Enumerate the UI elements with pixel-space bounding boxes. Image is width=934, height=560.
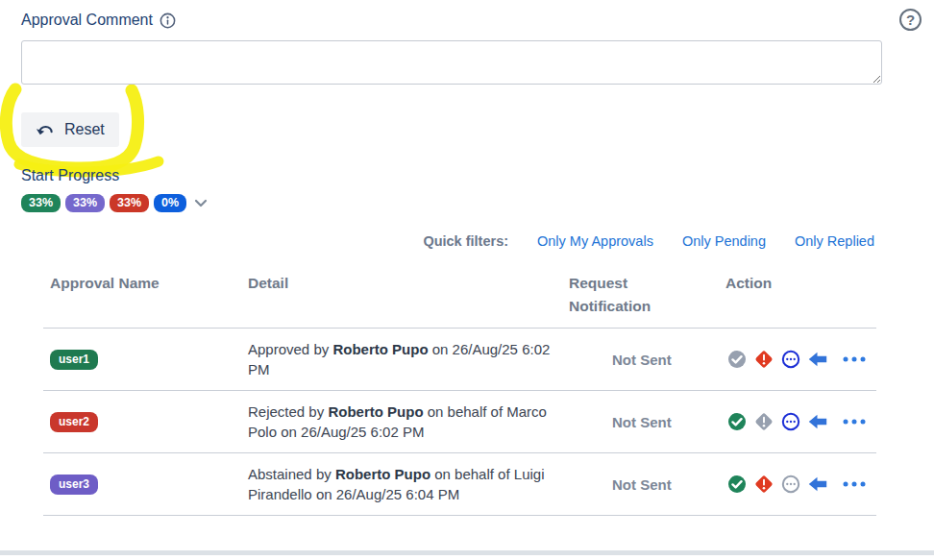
user-badge[interactable]: user3: [50, 475, 98, 495]
start-progress-label[interactable]: Start Progress: [21, 167, 119, 184]
actor-name: Roberto Pupo: [328, 403, 423, 420]
comment-icon[interactable]: [781, 412, 800, 431]
action-cell: [725, 350, 876, 369]
detail-cell: Abstained by Roberto Pupo on behalf of L…: [248, 464, 569, 504]
approval-comment-label: Approval Comment: [21, 12, 153, 29]
progress-badges: 33% 33% 33% 0%: [21, 194, 208, 212]
filter-only-pending[interactable]: Only Pending: [682, 233, 766, 249]
comment-icon[interactable]: [781, 350, 800, 369]
reject-icon[interactable]: [754, 475, 774, 494]
approval-name-cell: user3: [43, 475, 248, 495]
approval-panel: Approval Comment ? Reset Start Progress …: [0, 0, 934, 560]
column-header-detail: Detail: [248, 272, 569, 295]
bottom-divider: [0, 550, 934, 555]
reply-icon[interactable]: [808, 475, 827, 494]
actor-name: Roberto Pupo: [332, 341, 428, 357]
approvals-table: Approval Name Detail Request Notificatio…: [43, 272, 876, 516]
table-row: user1 Approved by Roberto Pupo on 26/Aug…: [43, 329, 876, 391]
approve-icon[interactable]: [727, 350, 747, 369]
table-row: user3 Abstained by Roberto Pupo on behal…: [43, 453, 876, 516]
more-actions-icon[interactable]: [843, 419, 866, 425]
more-actions-icon[interactable]: [843, 481, 866, 487]
approve-icon[interactable]: [727, 475, 747, 494]
comment-icon[interactable]: [781, 475, 800, 494]
reply-icon[interactable]: [808, 350, 827, 369]
notification-status: Not Sent: [569, 476, 725, 493]
more-actions-icon[interactable]: [843, 356, 866, 362]
approval-comment-input[interactable]: [21, 40, 882, 85]
quick-filters-label: Quick filters:: [423, 233, 508, 249]
approval-name-cell: user2: [43, 412, 248, 432]
filter-only-my-approvals[interactable]: Only My Approvals: [537, 233, 653, 249]
progress-badge-abstained[interactable]: 33%: [65, 194, 105, 212]
notification-status: Not Sent: [569, 414, 725, 430]
help-icon[interactable]: ?: [899, 9, 922, 31]
field-label-row: Approval Comment: [21, 12, 176, 29]
chevron-down-icon[interactable]: [194, 199, 208, 207]
reject-icon[interactable]: [754, 350, 774, 369]
actor-name: Roberto Pupo: [335, 466, 430, 482]
approval-name-cell: user1: [43, 350, 248, 370]
detail-cell: Rejected by Roberto Pupo on behalf of Ma…: [248, 402, 569, 442]
column-header-action: Action: [725, 272, 876, 295]
reject-icon[interactable]: [754, 412, 774, 431]
table-row: user2 Rejected by Roberto Pupo on behalf…: [43, 391, 876, 453]
filter-only-replied[interactable]: Only Replied: [795, 233, 874, 249]
approve-icon[interactable]: [727, 412, 747, 431]
action-cell: [725, 412, 876, 431]
quick-filters: Quick filters: Only My Approvals Only Pe…: [423, 233, 874, 249]
user-badge[interactable]: user1: [50, 350, 98, 370]
progress-badge-pending[interactable]: 0%: [154, 194, 186, 212]
column-header-approval-name: Approval Name: [43, 272, 248, 295]
undo-arrow-icon: [36, 123, 56, 137]
reset-button-label: Reset: [64, 121, 105, 138]
notification-status: Not Sent: [569, 352, 725, 368]
detail-text: Approved by: [248, 341, 332, 357]
detail-cell: Approved by Roberto Pupo on 26/Aug/25 6:…: [248, 339, 569, 379]
column-header-request-notification: Request Notification: [569, 272, 675, 318]
progress-badge-approved[interactable]: 33%: [21, 194, 61, 212]
reply-icon[interactable]: [808, 412, 827, 431]
reset-button[interactable]: Reset: [21, 112, 119, 147]
detail-text: Abstained by: [248, 466, 335, 482]
action-cell: [725, 475, 876, 494]
user-badge[interactable]: user2: [50, 412, 98, 432]
info-icon[interactable]: [160, 12, 176, 29]
table-header: Approval Name Detail Request Notificatio…: [43, 272, 876, 329]
progress-badge-rejected[interactable]: 33%: [110, 194, 149, 212]
detail-text: Rejected by: [248, 403, 328, 420]
